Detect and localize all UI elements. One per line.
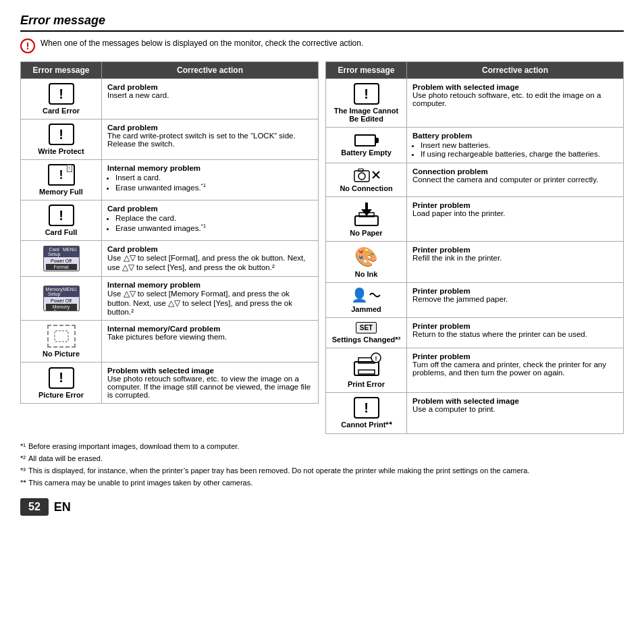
print-error-text: Print Error [348, 380, 385, 388]
image-edit-label: ! The Image Cannot Be Edited [331, 83, 401, 123]
picture-error-action-text: Use photo retouch software, etc. to view… [107, 375, 313, 399]
image-edit-text: The Image Cannot Be Edited [331, 107, 401, 123]
table-row: ! ↑ Memory Full Internal memory problem … [21, 160, 319, 200]
battery-action-title: Battery problem [412, 132, 618, 140]
print-error-action-text: Turn off the camera and printer, check t… [412, 360, 618, 377]
left-col1-header: Error message [21, 62, 102, 79]
section-title: Error message [20, 14, 624, 32]
picture-error-label: ! Picture Error [26, 367, 96, 399]
image-edit-action: Problem with selected image Use photo re… [407, 79, 624, 128]
svg-rect-0 [55, 331, 68, 342]
footnote-3: *³ This is displayed, for instance, when… [20, 466, 624, 475]
no-paper-action-title: Printer problem [412, 201, 618, 209]
footnote-2-num: *² [20, 454, 26, 462]
intro-text: When one of the messages below is displa… [41, 38, 363, 48]
no-picture-action-text: Take pictures before viewing them. [107, 333, 313, 341]
memory-full-action: Internal memory problem Insert a card. E… [102, 160, 319, 200]
table-row: ! Write Protect Card problem The card wr… [21, 119, 319, 160]
card-setup-action: Card problem Use △▽ to select [Format], … [102, 241, 319, 277]
card-full-action: Card problem Replace the card. Erase unw… [102, 200, 319, 241]
jammed-icon-cell: 👤 Jammed [326, 283, 407, 318]
no-ink-action: Printer problem Refill the ink in the pr… [407, 242, 624, 283]
jammed-label: 👤 Jammed [331, 287, 401, 313]
card-error-icon-cell: ! Card Error [21, 79, 102, 119]
memory-setup-screen: Memory Setup MENU Power Off Memory Forma… [43, 286, 80, 311]
language-label: EN [54, 500, 71, 514]
no-paper-action-text: Load paper into the printer. [412, 209, 618, 217]
table-row: ! Card Error Card problem Insert a new c… [21, 79, 319, 119]
cannot-print-action-text: Use a computer to print. [412, 405, 618, 413]
card-setup-action-text: Use △▽ to select [Format], and press the… [107, 253, 313, 272]
table-row: Card Setup MENU Power Off Format Card pr… [21, 241, 319, 277]
jammed-icon: 👤 [351, 287, 381, 303]
card-error-action-text: Insert a new card. [107, 91, 313, 99]
write-protect-action-title: Card problem [107, 124, 313, 132]
print-error-icon-cell: ! Print Error [326, 348, 407, 393]
jammed-text: Jammed [351, 305, 381, 313]
svg-point-2 [358, 173, 365, 180]
table-row: Memory Setup MENU Power Off Memory Forma… [21, 277, 319, 321]
jammed-action-text: Remove the jammed paper. [412, 295, 618, 303]
no-conn-icon-cell: No Connection [326, 163, 407, 197]
no-ink-text: No Ink [355, 270, 378, 278]
card-full-icon-cell: ! Card Full [21, 200, 102, 241]
memory-full-icon: ! ↑ [48, 164, 75, 186]
image-edit-action-text: Use photo retouch software, etc. to edit… [412, 91, 618, 107]
write-protect-icon-cell: ! Write Protect [21, 119, 102, 160]
memory-full-bullets: Insert a card. Erase unwanted images.*1 [115, 173, 313, 192]
no-conn-action-title: Connection problem [412, 167, 618, 176]
settings-changed-action: Printer problem Return to the status whe… [407, 318, 624, 348]
no-ink-icon-cell: 🎨 No Ink [326, 242, 407, 283]
no-ink-action-title: Printer problem [412, 246, 618, 254]
battery-bullets: Insert new batteries. If using rechargea… [421, 141, 618, 158]
right-col1-header: Error message [326, 62, 407, 79]
write-protect-text: Write Protect [38, 147, 84, 155]
memory-setup-screen-wrap: Memory Setup MENU Power Off Memory Forma… [26, 286, 96, 311]
main-layout: Error message Corrective action ! Card E… [20, 61, 624, 434]
no-ink-label: 🎨 No Ink [331, 246, 401, 278]
battery-icon-cell: Battery Empty [326, 128, 407, 163]
jammed-action-title: Printer problem [412, 287, 618, 295]
jammed-action: Printer problem Remove the jammed paper. [407, 283, 624, 318]
write-protect-label: ! Write Protect [26, 124, 96, 155]
settings-changed-label: SET Settings Changed*³ [331, 322, 401, 344]
picture-error-icon-cell: ! Picture Error [21, 363, 102, 404]
no-picture-text: No Picture [43, 350, 80, 358]
card-setup-screen-wrap: Card Setup MENU Power Off Format [26, 246, 96, 271]
memory-setup-action-title: Internal memory problem [107, 281, 313, 289]
card-full-label: ! Card Full [26, 205, 96, 236]
no-paper-icon [352, 201, 381, 227]
write-protect-action-text: The card write-protect switch is set to … [107, 132, 313, 148]
svg-rect-12 [358, 370, 375, 374]
no-conn-text: No Connection [340, 184, 392, 192]
print-error-icon: ! [352, 352, 381, 378]
picture-error-action: Problem with selected image Use photo re… [102, 363, 319, 404]
table-row: No Paper Printer problem Load paper into… [326, 197, 624, 242]
card-full-bullets: Replace the card. Erase unwanted images.… [115, 214, 313, 232]
cannot-print-action: Problem with selected image Use a comput… [407, 393, 624, 434]
card-error-icon: ! [49, 83, 74, 105]
no-paper-icon-cell: No Paper [326, 197, 407, 242]
no-picture-icon [47, 325, 76, 348]
battery-icon [354, 134, 379, 146]
footnote-3-num: *³ [20, 466, 26, 475]
memory-setup-action: Internal memory problem Use △▽ to select… [102, 277, 319, 321]
card-full-text: Card Full [45, 228, 78, 236]
table-row: 🎨 No Ink Printer problem Refill the ink … [326, 242, 624, 283]
no-paper-label: No Paper [331, 201, 401, 237]
footnote-2-text: All data will be erased. [28, 454, 103, 462]
settings-changed-action-title: Printer problem [412, 322, 618, 330]
page-number: 52 [20, 498, 49, 516]
card-error-action: Card problem Insert a new card. [102, 79, 319, 119]
battery-label: Battery Empty [331, 134, 401, 157]
right-col2-header: Corrective action [407, 62, 624, 79]
memory-full-label: ! ↑ Memory Full [26, 164, 96, 196]
picture-error-text: Picture Error [38, 391, 84, 399]
page-footer: 52 EN [20, 498, 624, 516]
print-error-action-title: Printer problem [412, 352, 618, 360]
image-edit-action-title: Problem with selected image [412, 83, 618, 91]
footnote-1-text: Before erasing important images, downloa… [28, 442, 239, 450]
footnote-2: *² All data will be erased. [20, 454, 624, 462]
svg-rect-8 [355, 216, 378, 225]
no-picture-action-title: Internal memory/Card problem [107, 325, 313, 333]
